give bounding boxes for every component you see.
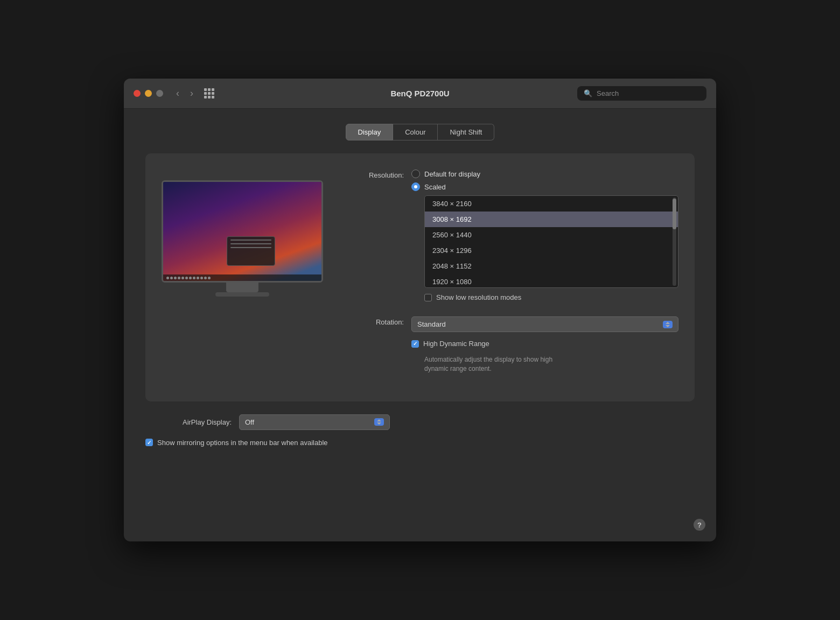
airplay-select[interactable]: Off (239, 414, 390, 430)
tabs: Display Colour Night Shift (145, 124, 695, 140)
arrow-up-icon (666, 322, 670, 324)
rotation-select[interactable]: Standard (411, 316, 678, 332)
tab-display[interactable]: Display (346, 124, 394, 140)
hdr-controls: High Dynamic Range Automatically adjust … (411, 340, 678, 378)
monitor-stand (226, 283, 258, 292)
traffic-lights (134, 90, 163, 97)
search-box: 🔍 (577, 86, 706, 101)
scrollbar[interactable] (673, 198, 676, 286)
airplay-select-arrows (374, 418, 384, 426)
tab-night-shift[interactable]: Night Shift (438, 124, 494, 140)
rotation-value: Standard (417, 320, 446, 328)
monitor-screen (163, 182, 321, 281)
hdr-description: Automatically adjust the display to show… (424, 355, 678, 374)
main-panel: Resolution: Default for display Scaled (145, 153, 695, 401)
low-res-label: Show low resolution modes (436, 293, 521, 301)
res-item-3[interactable]: 2304 × 1296 (425, 243, 678, 258)
window-title: BenQ PD2700U (390, 89, 449, 98)
radio-default[interactable] (411, 170, 420, 178)
resolution-controls: Default for display Scaled 3840 × 2160 3… (411, 170, 678, 309)
low-res-checkbox-row: Show low resolution modes (424, 293, 678, 301)
res-item-1[interactable]: 3008 × 1692 (425, 212, 678, 227)
rotation-select-arrows (663, 321, 673, 328)
grid-icon (204, 88, 214, 98)
resolution-row: Resolution: Default for display Scaled (345, 170, 678, 309)
rotation-row: Rotation: Standard (345, 316, 678, 332)
forward-button[interactable]: › (187, 87, 197, 100)
maximize-button[interactable] (156, 90, 163, 97)
radio-scaled-label: Scaled (424, 183, 446, 191)
mirror-row: Show mirroring options in the menu bar w… (145, 439, 695, 447)
grid-button[interactable] (204, 88, 214, 98)
airplay-arrow-up-icon (377, 419, 381, 421)
mirror-label: Show mirroring options in the menu bar w… (157, 439, 328, 447)
minimize-button[interactable] (145, 90, 152, 97)
hdr-row: High Dynamic Range Automatically adjust … (345, 340, 678, 378)
scrollbar-thumb (673, 199, 676, 229)
back-button[interactable]: ‹ (173, 87, 183, 100)
help-button[interactable]: ? (694, 519, 705, 531)
radio-default-row: Default for display (411, 170, 678, 178)
res-item-0[interactable]: 3840 × 2160 (425, 196, 678, 212)
nav-buttons: ‹ › (173, 87, 197, 100)
preferences-window: ‹ › BenQ PD2700U 🔍 Display Colour Night … (124, 79, 716, 541)
radio-scaled-row: Scaled (411, 182, 678, 191)
hdr-section: High Dynamic Range Automatically adjust … (411, 340, 678, 374)
airplay-row: AirPlay Display: Off (145, 414, 695, 430)
hdr-label: High Dynamic Range (423, 340, 489, 348)
search-icon: 🔍 (584, 89, 592, 97)
titlebar: ‹ › BenQ PD2700U 🔍 (124, 79, 716, 109)
res-item-2[interactable]: 2560 × 1440 (425, 227, 678, 243)
content-area: Display Colour Night Shift (124, 109, 716, 462)
radio-default-label: Default for display (424, 170, 480, 178)
tab-colour[interactable]: Colour (393, 124, 438, 140)
monitor-taskbar (163, 274, 321, 281)
rotation-label: Rotation: (345, 316, 404, 326)
radio-scaled[interactable] (411, 182, 420, 191)
airplay-arrow-down-icon (377, 422, 381, 425)
resolution-list-inner: 3840 × 2160 3008 × 1692 2560 × 1440 2304… (425, 196, 678, 287)
res-item-4[interactable]: 2048 × 1152 (425, 258, 678, 274)
settings-panel: Resolution: Default for display Scaled (345, 170, 678, 385)
search-input[interactable] (597, 89, 700, 97)
resolution-label: Resolution: (345, 170, 404, 179)
close-button[interactable] (134, 90, 141, 97)
monitor-base (215, 292, 269, 297)
hdr-checkbox-row: High Dynamic Range (411, 340, 678, 348)
airplay-value: Off (245, 418, 254, 426)
rotation-controls: Standard (411, 316, 678, 332)
monitor-preview (162, 180, 323, 297)
resolution-list: 3840 × 2160 3008 × 1692 2560 × 1440 2304… (424, 195, 678, 288)
airplay-label: AirPlay Display: (145, 418, 232, 426)
arrow-down-icon (666, 325, 670, 327)
monitor-dialog (227, 236, 275, 266)
res-item-5[interactable]: 1920 × 1080 (425, 274, 678, 287)
bottom-section: AirPlay Display: Off Show mirroring opti… (145, 414, 695, 447)
hdr-label-spacer (345, 340, 404, 341)
mirror-checkbox[interactable] (145, 439, 153, 446)
low-res-checkbox[interactable] (424, 294, 432, 301)
hdr-checkbox[interactable] (411, 340, 419, 348)
monitor-frame (162, 180, 323, 283)
